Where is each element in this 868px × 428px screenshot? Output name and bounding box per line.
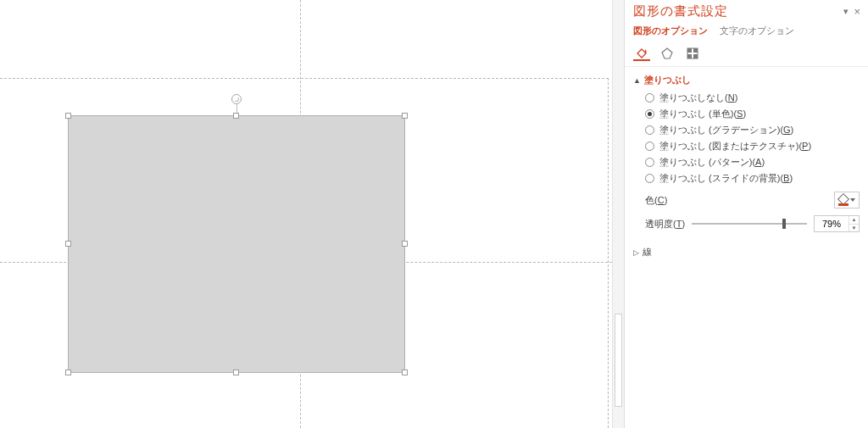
radio-icon <box>645 174 654 183</box>
resize-handle-se[interactable] <box>402 370 408 375</box>
expand-triangle-icon: ▷ <box>633 248 639 257</box>
radio-icon <box>645 142 654 151</box>
fill-option-gradient[interactable]: 塗りつぶし (グラデーション)(G) <box>645 122 860 138</box>
rotate-handle[interactable] <box>231 94 242 104</box>
svg-rect-2 <box>687 48 692 53</box>
fill-option-none[interactable]: 塗りつぶしなし(N) <box>645 90 860 106</box>
svg-rect-3 <box>693 48 698 53</box>
line-section-title: 線 <box>643 246 652 258</box>
slider-track <box>692 223 807 225</box>
fill-section-title: 塗りつぶし <box>644 74 691 86</box>
radio-icon <box>645 158 654 167</box>
spinner-up-button[interactable]: ▲ <box>849 216 859 225</box>
svg-rect-4 <box>687 54 692 58</box>
scrollbar-thumb[interactable] <box>615 314 622 407</box>
fill-option-solid[interactable]: 塗りつぶし (単色)(S) <box>645 106 860 122</box>
resize-handle-s[interactable] <box>233 370 239 375</box>
transparency-label: 透明度(T) <box>645 218 685 231</box>
selected-rectangle-shape[interactable] <box>68 115 405 373</box>
resize-handle-w[interactable] <box>65 241 71 247</box>
collapse-triangle-icon: ▲ <box>633 76 641 85</box>
fill-and-line-icon[interactable] <box>633 46 650 61</box>
vertical-scrollbar[interactable] <box>612 0 624 428</box>
chevron-down-icon <box>850 198 855 202</box>
size-properties-icon[interactable] <box>684 46 701 61</box>
resize-handle-nw[interactable] <box>65 113 71 119</box>
effects-icon[interactable] <box>659 46 676 61</box>
transparency-value-input[interactable] <box>815 216 849 231</box>
paint-bucket-icon <box>838 195 849 205</box>
pane-menu-button[interactable]: ▾ <box>841 7 851 16</box>
format-shape-pane: 図形の書式設定 ▾ × 図形のオプション 文字のオプション <box>624 0 868 428</box>
fill-color-label: 色(C) <box>645 194 667 207</box>
pane-close-button[interactable]: × <box>851 6 863 17</box>
resize-handle-ne[interactable] <box>402 113 408 119</box>
fill-option-picture[interactable]: 塗りつぶし (図またはテクスチャ)(P) <box>645 138 860 154</box>
tab-text-options[interactable]: 文字のオプション <box>720 25 794 41</box>
radio-icon <box>645 125 654 135</box>
resize-handle-sw[interactable] <box>65 370 71 375</box>
resize-handle-n[interactable] <box>233 113 239 119</box>
spinner-down-button[interactable]: ▼ <box>849 225 859 232</box>
fill-section-header[interactable]: ▲ 塗りつぶし <box>633 74 860 86</box>
slide-canvas[interactable] <box>0 0 612 428</box>
svg-marker-0 <box>662 48 672 58</box>
transparency-slider[interactable] <box>692 218 807 230</box>
svg-rect-5 <box>693 54 698 58</box>
line-section-header[interactable]: ▷ 線 <box>633 246 860 258</box>
radio-icon <box>645 93 654 103</box>
transparency-spinner[interactable]: ▲ ▼ <box>814 215 860 232</box>
radio-icon <box>645 109 654 119</box>
fill-option-slide-background[interactable]: 塗りつぶし (スライドの背景)(B) <box>645 170 860 186</box>
slider-thumb[interactable] <box>782 219 786 229</box>
tab-shape-options[interactable]: 図形のオプション <box>633 25 708 41</box>
fill-option-pattern[interactable]: 塗りつぶし (パターン)(A) <box>645 154 860 170</box>
fill-color-button[interactable] <box>834 192 860 208</box>
resize-handle-e[interactable] <box>402 241 408 247</box>
pane-title: 図形の書式設定 <box>633 3 841 19</box>
